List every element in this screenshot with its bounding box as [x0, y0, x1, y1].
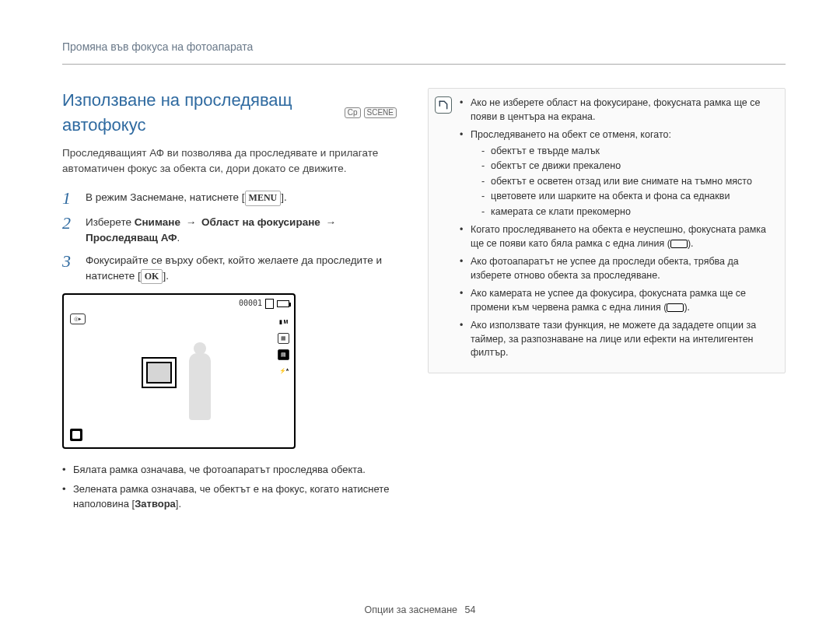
focus-frame — [142, 357, 177, 388]
ok-button-label: OK — [141, 269, 163, 284]
legend-green-pre: Зелената рамка означава, че обектът е на… — [73, 483, 389, 510]
page-footer: Опции за заснемане 54 — [0, 603, 840, 617]
column-right: Ако не изберете област на фокусиране, фо… — [428, 88, 786, 517]
step1-post: ]. — [281, 191, 287, 203]
battery-icon — [277, 300, 289, 307]
display-top-bar: 00001 — [239, 298, 289, 310]
column-left: Използване на проследяващ автофокус Cp S… — [62, 88, 397, 517]
note-item: Когато проследяването на обекта е неуспе… — [460, 223, 774, 250]
note-5-post: ). — [684, 302, 690, 313]
step2-b3: Проследяващ АФ — [86, 232, 177, 243]
note-subitem: обектът е твърде малък — [481, 145, 774, 159]
menu-button-label: MENU — [245, 191, 282, 205]
step2-post: . — [177, 232, 180, 243]
note-subitem: цветовете или шарките на обекта и фона с… — [481, 190, 774, 204]
size-icon: ▮ M — [279, 317, 289, 328]
step2-b2: Област на фокусиране — [201, 216, 320, 228]
step2-b1: Снимане — [135, 216, 180, 228]
step-1: 1 В режим Заснемане, натиснете [MENU]. — [62, 190, 397, 207]
subject-silhouette — [184, 342, 215, 420]
arrow-icon: → — [326, 216, 337, 228]
step3-pre: Фокусирайте се върху обект, който желает… — [86, 254, 382, 282]
note-subitem: камерата се клати прекомерно — [481, 205, 774, 219]
note-sublist: обектът е твърде малък обектът се движи … — [471, 145, 774, 219]
note-cancel-intro: Проследяването на обект се отменя, когат… — [471, 129, 671, 140]
camera-display: 00001 ◎▸ ▮ M ▦ ▤ ⚡ᴬ — [62, 293, 296, 449]
note-3-post: ). — [688, 238, 694, 249]
white-frame-icon — [670, 240, 688, 248]
note-subitem: обектът е осветен отзад или вие снимате … — [481, 175, 774, 189]
note-item: Ако използвате тази функция, не можете д… — [460, 319, 774, 360]
step-text: Фокусирайте се върху обект, който желает… — [86, 253, 397, 284]
page-number: 54 — [465, 604, 476, 615]
footer-label: Опции за заснемане — [365, 604, 457, 615]
step-number: 2 — [62, 215, 76, 232]
note-item: Ако не изберете област на фокусиране, фо… — [460, 96, 774, 124]
step-number: 3 — [62, 253, 76, 270]
note-list: Ако не изберете област на фокусиране, фо… — [460, 96, 774, 360]
note-item: Ако фотоапаратът не успее да проследи об… — [460, 255, 774, 282]
quality-icon: ▤ — [278, 349, 289, 360]
stabilizer-icon — [70, 429, 82, 441]
note-3-pre: Когато проследяването на обекта е неуспе… — [471, 224, 766, 249]
mode-icon-program: Cp — [345, 107, 361, 118]
step-text: Изберете Снимане → Област на фокусиране … — [86, 215, 397, 245]
step-number: 1 — [62, 190, 76, 207]
note-icon — [435, 96, 452, 114]
page-title: Използване на проследяващ автофокус Cp S… — [62, 88, 397, 138]
title-text: Използване на проследяващ автофокус — [62, 88, 337, 138]
flash-icon: ⚡ᴬ — [279, 366, 289, 377]
content-columns: Използване на проследяващ автофокус Cp S… — [62, 88, 786, 517]
display-side-icons: ▮ M ▦ ▤ ⚡ᴬ — [278, 317, 289, 377]
legend-white: Бялата рамка означава, че фотоапаратът п… — [62, 463, 397, 478]
step-3: 3 Фокусирайте се върху обект, който жела… — [62, 253, 397, 284]
sd-card-icon — [265, 299, 274, 309]
step-text: В режим Заснемане, натиснете [MENU]. — [86, 190, 287, 205]
grid-icon: ▦ — [278, 333, 289, 344]
shutter-label: Затвора — [135, 498, 176, 510]
step3-post: ]. — [163, 270, 169, 282]
frame-legend: Бялата рамка означава, че фотоапаратът п… — [62, 463, 397, 512]
red-frame-icon — [667, 303, 684, 312]
breadcrumb: Промяна във фокуса на фотоапарата — [62, 39, 786, 54]
note-item: Проследяването на обект се отменя, когат… — [460, 128, 774, 219]
legend-green: Зелената рамка означава, че обектът е на… — [62, 482, 397, 512]
intro-paragraph: Проследяващият АФ ви позволява да просле… — [62, 145, 397, 176]
step2-pre: Изберете — [86, 216, 135, 228]
shot-counter: 00001 — [239, 298, 262, 310]
title-mode-icons: Cp SCENE — [345, 107, 397, 118]
note-box: Ако не изберете област на фокусиране, фо… — [428, 88, 786, 373]
steps-list: 1 В режим Заснемане, натиснете [MENU]. 2… — [62, 190, 397, 284]
note-5-pre: Ако камерата не успее да фокусира, фокус… — [471, 288, 746, 313]
camera-mode-icon: ◎▸ — [70, 313, 86, 324]
step-2: 2 Изберете Снимане → Област на фокусиран… — [62, 215, 397, 245]
note-item: Ако камерата не успее да фокусира, фокус… — [460, 287, 774, 314]
legend-green-post: ]. — [176, 498, 181, 510]
mode-icon-scene: SCENE — [364, 107, 397, 118]
arrow-icon: → — [186, 216, 197, 228]
divider — [62, 64, 786, 65]
step1-pre: В режим Заснемане, натиснете [ — [86, 191, 245, 203]
note-subitem: обектът се движи прекалено — [481, 159, 774, 173]
